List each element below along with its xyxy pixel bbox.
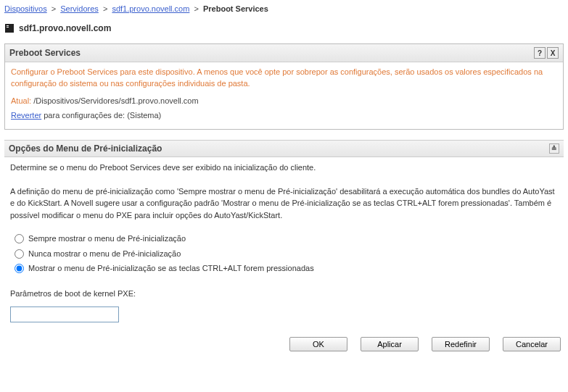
current-path: /Dispositivos/Servidores/sdf1.provo.nove… — [33, 96, 198, 105]
radio-option-never[interactable]: Nunca mostrar o menu de Pré-inicializaçã… — [15, 246, 558, 262]
chevron-right-icon: > — [52, 4, 56, 13]
breadcrumb-link-dispositivos[interactable]: Dispositivos — [4, 4, 47, 13]
radio-label: Sempre mostrar o menu de Pré-inicializaç… — [28, 233, 186, 245]
pxe-kernel-params-input[interactable] — [10, 306, 119, 322]
close-icon[interactable]: X — [547, 47, 559, 59]
panel-title: Preboot Services — [9, 48, 81, 58]
svg-rect-1 — [7, 25, 9, 26]
radio-label: Mostrar o menu de Pré-inicialização se a… — [28, 262, 314, 275]
cancel-button[interactable]: Cancelar — [503, 337, 561, 351]
button-bar: OK Aplicar Redefinir Cancelar — [4, 333, 564, 354]
reset-button[interactable]: Redefinir — [432, 337, 490, 351]
svg-rect-0 — [5, 24, 14, 33]
panel-description: Configurar o Preboot Services para este … — [11, 67, 557, 90]
current-label: Atual: — [11, 96, 31, 105]
current-path-line: Atual: /Dispositivos/Servidores/sdf1.pro… — [11, 96, 557, 107]
pxe-kernel-params-label: Parâmetros de boot de kernel PXE: — [10, 288, 558, 300]
server-icon — [4, 23, 15, 33]
panel-header: Preboot Services ? X — [5, 44, 563, 62]
panel-body: Configurar o Preboot Services para este … — [5, 62, 563, 129]
section-title: Opções do Menu de Pré-inicialização — [9, 143, 162, 154]
breadcrumb-link-host[interactable]: sdf1.provo.novell.com — [112, 4, 189, 13]
breadcrumb: Dispositivos > Servidores > sdf1.provo.n… — [4, 3, 564, 17]
section-header: Opções do Menu de Pré-inicialização ≙ — [4, 140, 564, 157]
section-detail: A definição do menu de pré-inicialização… — [10, 185, 558, 222]
radio-input-ctrlalt[interactable] — [15, 264, 24, 273]
section-intro: Determine se o menu do Preboot Services … — [10, 162, 558, 174]
help-icon[interactable]: ? — [534, 47, 546, 59]
radio-label: Nunca mostrar o menu de Pré-inicializaçã… — [28, 248, 181, 260]
chevron-right-icon: > — [103, 4, 107, 13]
chevron-right-icon: > — [194, 4, 198, 13]
radio-group-menu-options: Sempre mostrar o menu de Pré-inicializaç… — [15, 231, 558, 276]
device-title-row: sdf1.provo.novell.com — [4, 17, 564, 43]
collapse-icon[interactable]: ≙ — [549, 143, 559, 154]
svg-rect-2 — [7, 27, 9, 28]
breadcrumb-current: Preboot Services — [203, 4, 268, 13]
device-name: sdf1.provo.novell.com — [19, 23, 111, 33]
revert-rest: para configurações de: (Sistema) — [41, 111, 161, 120]
radio-input-always[interactable] — [15, 234, 24, 243]
breadcrumb-link-servidores[interactable]: Servidores — [60, 4, 99, 13]
revert-link[interactable]: Reverter — [11, 111, 41, 120]
radio-input-never[interactable] — [15, 249, 24, 259]
ok-button[interactable]: OK — [289, 337, 347, 351]
apply-button[interactable]: Aplicar — [361, 337, 419, 351]
preboot-services-panel: Preboot Services ? X Configurar o Preboo… — [4, 43, 564, 130]
radio-option-always[interactable]: Sempre mostrar o menu de Pré-inicializaç… — [15, 231, 558, 246]
radio-option-ctrlalt[interactable]: Mostrar o menu de Pré-inicialização se a… — [15, 261, 558, 276]
section-body: Determine se o menu do Preboot Services … — [4, 157, 564, 333]
revert-line: Reverter para configurações de: (Sistema… — [11, 110, 557, 122]
